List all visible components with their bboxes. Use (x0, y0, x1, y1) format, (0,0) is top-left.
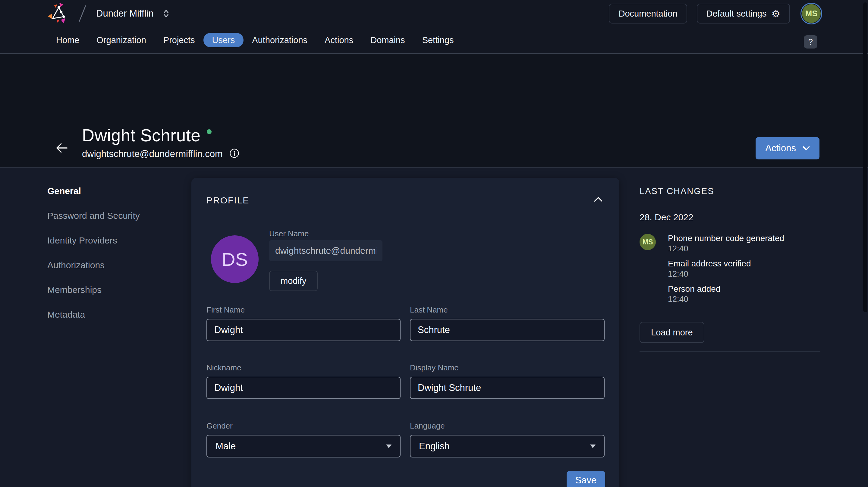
section-sidebar: General Password and Security Identity P… (47, 186, 140, 319)
event-item: Phone number code generated 12:40 (668, 233, 784, 254)
changes-date: 28. Dec 2022 (640, 212, 693, 222)
nav-item-actions[interactable]: Actions (324, 33, 353, 47)
sidebar-item-identity-providers[interactable]: Identity Providers (47, 236, 140, 245)
event-time: 12:40 (668, 294, 784, 304)
status-dot (207, 129, 212, 134)
profile-section-title: PROFILE (207, 195, 249, 206)
load-more-button[interactable]: Load more (640, 322, 704, 343)
top-chrome: Dunder Mifflin Documentation Default set… (0, 0, 868, 54)
save-button[interactable]: Save (567, 471, 605, 487)
gender-select[interactable]: Male (207, 435, 401, 457)
username-input[interactable] (269, 240, 382, 261)
chevron-up-icon (594, 196, 602, 202)
user-title-block: Dwight Schrute dwightschrute@dundermiffl… (82, 125, 239, 159)
user-header: Dwight Schrute dwightschrute@dundermiffl… (0, 54, 868, 168)
last-name-label: Last Name (410, 305, 604, 315)
default-settings-button[interactable]: Default settings ⚙ (697, 4, 790, 24)
gear-icon: ⚙ (771, 9, 780, 19)
first-name-field: First Name (207, 305, 401, 341)
nav-item-settings[interactable]: Settings (422, 33, 454, 47)
modify-button[interactable]: modify (269, 271, 318, 291)
default-settings-label: Default settings (707, 9, 767, 19)
primary-nav: Home Organization Projects Users Authori… (0, 27, 868, 53)
first-name-label: First Name (207, 305, 401, 315)
sidebar-item-general[interactable]: General (47, 186, 140, 196)
gender-value: Male (216, 441, 236, 452)
event-title: Phone number code generated (668, 233, 784, 243)
panel-divider (640, 352, 820, 352)
nav-item-authorizations[interactable]: Authorizations (252, 33, 307, 47)
editor-avatar: MS (640, 234, 656, 250)
content-area: General Password and Security Identity P… (0, 168, 868, 487)
username-label: User Name (269, 229, 309, 238)
last-name-input[interactable] (410, 319, 604, 341)
sidebar-item-memberships[interactable]: Memberships (47, 285, 140, 295)
sidebar-item-authorizations[interactable]: Authorizations (47, 261, 140, 270)
display-name-field: Display Name (410, 363, 604, 399)
documentation-button[interactable]: Documentation (609, 4, 687, 24)
dropdown-arrow-icon (386, 445, 392, 448)
display-name-input[interactable] (410, 377, 604, 399)
event-item: Email address verified 12:40 (668, 258, 784, 279)
language-label: Language (410, 421, 604, 431)
zitadel-logo-icon[interactable] (48, 2, 70, 25)
language-select[interactable]: English (410, 435, 604, 457)
nav-item-users[interactable]: Users (204, 33, 244, 47)
nav-item-projects[interactable]: Projects (163, 33, 195, 47)
event-title: Person added (668, 284, 784, 294)
dropdown-arrow-icon (590, 445, 595, 448)
language-value: English (419, 441, 450, 452)
logo-separator (79, 5, 86, 22)
page-title: Dwight Schrute (82, 125, 201, 145)
last-changes-title: LAST CHANGES (640, 186, 714, 196)
org-name[interactable]: Dunder Mifflin (96, 8, 154, 19)
sidebar-item-metadata[interactable]: Metadata (47, 310, 140, 319)
language-field: Language English (410, 421, 604, 457)
last-name-field: Last Name (410, 305, 604, 341)
nav-item-domains[interactable]: Domains (370, 33, 405, 47)
scrollbar-thumb[interactable] (863, 2, 867, 312)
event-list: Phone number code generated 12:40 Email … (668, 233, 784, 304)
user-avatar[interactable]: MS (802, 4, 821, 23)
collapse-section-button[interactable] (594, 196, 602, 203)
profile-card: PROFILE DS User Name modify First Name L… (191, 178, 619, 487)
topbar-actions: Documentation Default settings ⚙ MS (609, 0, 821, 27)
event-title: Email address verified (668, 258, 784, 269)
chevron-down-icon (803, 146, 810, 151)
back-button[interactable] (55, 141, 69, 155)
info-icon[interactable] (229, 148, 239, 159)
sidebar-item-password-security[interactable]: Password and Security (47, 211, 140, 221)
profile-avatar: DS (211, 235, 258, 283)
nickname-label: Nickname (207, 363, 401, 372)
org-switcher-icon[interactable] (161, 9, 170, 18)
nickname-field: Nickname (207, 363, 401, 399)
documentation-label: Documentation (618, 9, 677, 19)
user-email: dwightschrute@dundermifflin.com (82, 149, 223, 159)
event-time: 12:40 (668, 269, 784, 279)
gender-label: Gender (207, 421, 401, 431)
first-name-input[interactable] (207, 319, 401, 341)
nickname-input[interactable] (207, 377, 401, 399)
event-item: Person added 12:40 (668, 284, 784, 304)
actions-button[interactable]: Actions (755, 137, 819, 159)
actions-label: Actions (765, 143, 796, 154)
nav-item-home[interactable]: Home (56, 33, 79, 47)
topbar: Dunder Mifflin Documentation Default set… (0, 0, 868, 27)
help-button[interactable]: ? (804, 35, 817, 49)
gender-field: Gender Male (207, 421, 401, 457)
nav-item-organization[interactable]: Organization (96, 33, 146, 47)
display-name-label: Display Name (410, 363, 604, 372)
event-time: 12:40 (668, 243, 784, 254)
